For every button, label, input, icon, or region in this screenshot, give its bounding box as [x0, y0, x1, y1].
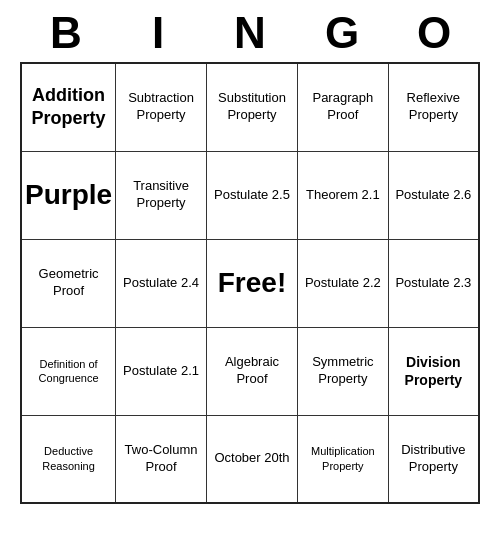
cell-r4-c2: October 20th	[206, 415, 297, 503]
bingo-letter-n: N	[210, 8, 290, 58]
cell-r2-c2: Free!	[206, 239, 297, 327]
cell-r3-c4: Division Property	[388, 327, 479, 415]
cell-r1-c0: Purple	[21, 151, 116, 239]
cell-r2-c0: Geometric Proof	[21, 239, 116, 327]
cell-r2-c4: Postulate 2.3	[388, 239, 479, 327]
cell-r3-c3: Symmetric Property	[297, 327, 388, 415]
bingo-letter-g: G	[302, 8, 382, 58]
bingo-table: Addition PropertySubtraction PropertySub…	[20, 62, 480, 504]
cell-r4-c1: Two-Column Proof	[116, 415, 207, 503]
bingo-header: BINGO	[20, 0, 480, 62]
cell-r4-c0: Deductive Reasoning	[21, 415, 116, 503]
cell-r3-c0: Definition of Congruence	[21, 327, 116, 415]
cell-r1-c1: Transitive Property	[116, 151, 207, 239]
cell-r2-c1: Postulate 2.4	[116, 239, 207, 327]
cell-r4-c3: Multiplication Property	[297, 415, 388, 503]
cell-r0-c1: Subtraction Property	[116, 63, 207, 151]
cell-r2-c3: Postulate 2.2	[297, 239, 388, 327]
cell-r1-c3: Theorem 2.1	[297, 151, 388, 239]
cell-r0-c2: Substitution Property	[206, 63, 297, 151]
bingo-letter-b: B	[26, 8, 106, 58]
cell-r3-c1: Postulate 2.1	[116, 327, 207, 415]
cell-r4-c4: Distributive Property	[388, 415, 479, 503]
bingo-letter-i: I	[118, 8, 198, 58]
cell-r1-c2: Postulate 2.5	[206, 151, 297, 239]
cell-r0-c0: Addition Property	[21, 63, 116, 151]
cell-r3-c2: Algebraic Proof	[206, 327, 297, 415]
cell-r0-c3: Paragraph Proof	[297, 63, 388, 151]
bingo-letter-o: O	[394, 8, 474, 58]
cell-r1-c4: Postulate 2.6	[388, 151, 479, 239]
cell-r0-c4: Reflexive Property	[388, 63, 479, 151]
